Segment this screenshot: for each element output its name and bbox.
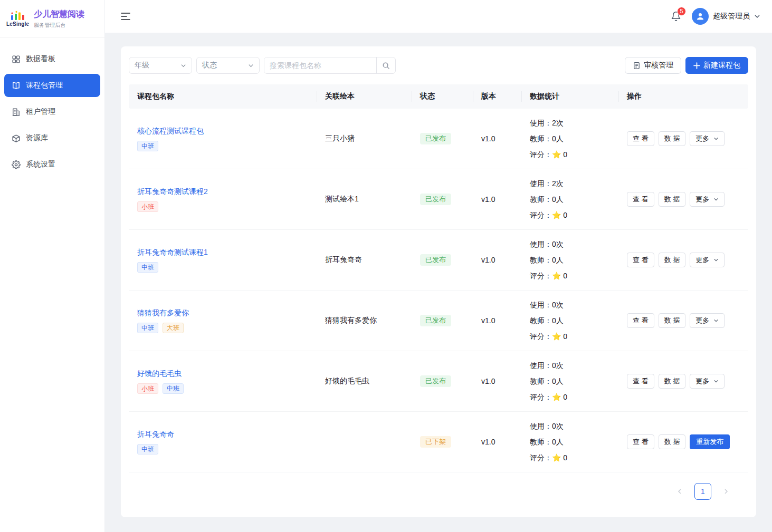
review-management-label: 审核管理 — [644, 61, 673, 70]
view-button[interactable]: 查 看 — [627, 434, 654, 449]
teachers-line: 教师：0人 — [530, 131, 610, 147]
logo-text: 少儿智慧阅读 服务管理后台 — [34, 9, 84, 29]
brand-name: LeSingle — [6, 21, 29, 27]
course-name-cell: 折耳兔奇奇测试课程2 小班 — [129, 187, 317, 212]
page-1-button[interactable]: 1 — [694, 483, 711, 500]
more-label: 更多 — [695, 255, 709, 265]
grade-tags: 中班 — [137, 444, 158, 454]
course-name-link[interactable]: 核心流程测试课程包 — [137, 127, 204, 136]
view-button[interactable]: 查 看 — [627, 192, 654, 207]
user-icon — [695, 12, 705, 21]
more-button[interactable]: 更多 — [690, 313, 725, 328]
data-button[interactable]: 数 据 — [659, 374, 686, 389]
grade-select[interactable]: 年级 — [129, 57, 192, 74]
version-value: v1.0 — [473, 438, 521, 446]
table-header: 课程包名称 关联绘本 状态 版本 数据统计 操作 — [129, 84, 748, 109]
actions-cell: 查 看 数 据 更多 — [618, 253, 748, 267]
status-select-value: 状态 — [202, 61, 217, 70]
grade-tag: 小班 — [137, 201, 158, 212]
prev-page-button[interactable] — [671, 483, 688, 500]
data-button[interactable]: 数 据 — [659, 192, 686, 207]
course-name-link[interactable]: 折耳兔奇奇测试课程1 — [137, 248, 208, 257]
chevron-down-icon — [713, 136, 719, 141]
search-button[interactable] — [376, 57, 395, 73]
status-select[interactable]: 状态 — [196, 57, 260, 74]
status-badge: 已发布 — [420, 375, 451, 387]
grade-tags: 中班 — [137, 262, 158, 273]
course-name-link[interactable]: 折耳兔奇奇 — [137, 430, 174, 439]
sidebar: LeSingle 少儿智慧阅读 服务管理后台 数据看板 课程包管理 — [0, 0, 105, 532]
rating-line: 评分：⭐ 0 — [530, 389, 610, 405]
stats-cell: 使用：2次 教师：0人 评分：⭐ 0 — [521, 176, 618, 223]
grade-tags: 中班 — [137, 141, 158, 151]
usage-line: 使用：0次 — [530, 297, 610, 313]
teachers-line: 教师：0人 — [530, 313, 610, 328]
view-button[interactable]: 查 看 — [627, 313, 654, 328]
grade-tag: 小班 — [137, 383, 158, 394]
notification-badge: 5 — [677, 7, 686, 16]
book-name: 猜猜我有多爱你 — [317, 316, 412, 325]
view-button[interactable]: 查 看 — [627, 374, 654, 389]
grade-tags: 小班中班 — [137, 383, 184, 394]
actions-cell: 查 看 数 据 重新发布 — [618, 434, 748, 449]
grade-tag: 中班 — [137, 262, 158, 273]
chevron-down-icon — [713, 379, 719, 384]
teachers-line: 教师：0人 — [530, 252, 610, 268]
data-button[interactable]: 数 据 — [659, 253, 686, 267]
plus-icon — [693, 62, 700, 69]
sidebar-item-resources[interactable]: 资源库 — [4, 127, 100, 150]
more-button[interactable]: 更多 — [690, 192, 725, 207]
course-name-cell: 好饿的毛毛虫 小班中班 — [129, 369, 317, 394]
actions-cell: 查 看 数 据 更多 — [618, 313, 748, 328]
course-name-link[interactable]: 好饿的毛毛虫 — [137, 369, 182, 379]
sidebar-item-course-packages[interactable]: 课程包管理 — [4, 74, 100, 97]
more-label: 更多 — [695, 316, 709, 325]
table-row: 折耳兔奇奇测试课程1 中班 折耳兔奇奇 已发布 v1.0 使用：0次 教师：0人… — [129, 230, 748, 291]
column-header-actions: 操作 — [618, 92, 748, 101]
chevron-down-icon — [713, 318, 719, 323]
chevron-down-icon — [754, 13, 760, 20]
search-box — [264, 57, 396, 74]
content: 年级 状态 审核管理 — [105, 33, 772, 532]
table-row: 猜猜我有多爱你 中班大班 猜猜我有多爱你 已发布 v1.0 使用：0次 教师：0… — [129, 291, 748, 351]
view-button[interactable]: 查 看 — [627, 131, 654, 146]
sidebar-menu: 数据看板 课程包管理 租户管理 资源库 — [0, 38, 104, 176]
status-badge: 已发布 — [420, 254, 451, 266]
sidebar-item-tenants[interactable]: 租户管理 — [4, 100, 100, 123]
review-management-button[interactable]: 审核管理 — [625, 57, 681, 74]
more-button[interactable]: 更多 — [690, 253, 725, 267]
data-button[interactable]: 数 据 — [659, 131, 686, 146]
sidebar-collapse-button[interactable] — [121, 12, 130, 21]
rating-line: 评分：⭐ 0 — [530, 207, 610, 223]
create-course-package-button[interactable]: 新建课程包 — [685, 57, 748, 74]
actions-cell: 查 看 数 据 更多 — [618, 192, 748, 207]
actions-cell: 查 看 数 据 更多 — [618, 374, 748, 389]
course-name-link[interactable]: 猜猜我有多爱你 — [137, 308, 189, 318]
user-menu[interactable]: 超级管理员 — [692, 8, 760, 25]
column-header-stats: 数据统计 — [521, 92, 618, 101]
course-name-link[interactable]: 折耳兔奇奇测试课程2 — [137, 187, 208, 197]
logo: LeSingle — [6, 11, 29, 27]
status-cell: 已发布 — [412, 133, 473, 144]
more-button[interactable]: 更多 — [690, 374, 725, 389]
grade-tag: 中班 — [137, 323, 158, 333]
create-course-package-label: 新建课程包 — [703, 61, 740, 70]
more-button[interactable]: 更多 — [690, 131, 725, 146]
sidebar-item-label: 租户管理 — [26, 107, 55, 117]
more-label: 更多 — [695, 195, 709, 204]
republish-button[interactable]: 重新发布 — [690, 434, 730, 449]
data-button[interactable]: 数 据 — [659, 434, 686, 449]
search-input[interactable] — [264, 57, 376, 73]
grade-tag: 中班 — [137, 141, 158, 151]
sidebar-item-settings[interactable]: 系统设置 — [4, 153, 100, 176]
next-page-button[interactable] — [718, 483, 735, 500]
data-button[interactable]: 数 据 — [659, 313, 686, 328]
pagination: 1 — [129, 472, 748, 500]
book-name: 折耳兔奇奇 — [317, 255, 412, 265]
notifications-button[interactable]: 5 — [671, 11, 681, 22]
usage-line: 使用：2次 — [530, 115, 610, 131]
view-button[interactable]: 查 看 — [627, 253, 654, 267]
sidebar-item-label: 课程包管理 — [26, 81, 63, 90]
sidebar-item-dashboard[interactable]: 数据看板 — [4, 47, 100, 71]
rating-line: 评分：⭐ 0 — [530, 268, 610, 284]
